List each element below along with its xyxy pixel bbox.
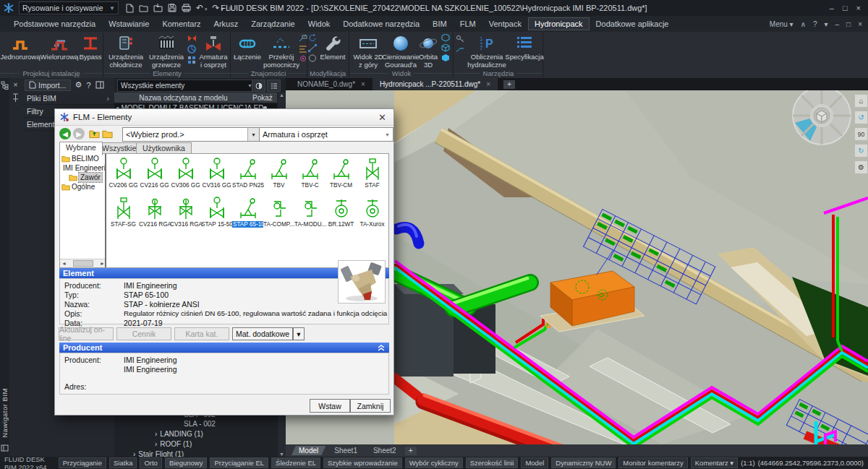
grid-item[interactable]: TA-Xurox — [357, 196, 388, 228]
back-button[interactable]: ◀ — [59, 128, 71, 139]
dialog-title-bar[interactable]: FLM - Elementy ✕ — [55, 109, 393, 126]
toggle-szerokosc-linii[interactable]: Szerokość linii — [466, 457, 519, 468]
cennik-button[interactable]: Cennik — [116, 327, 171, 340]
shade-toggle-icon[interactable] — [252, 79, 265, 92]
urzadzenia-chlodnicze-button[interactable]: Urządzenia chłodnicze — [106, 33, 145, 69]
close-button[interactable]: × — [856, 4, 861, 12]
settings-gear-icon[interactable]: ⚙ — [75, 80, 82, 90]
toggle-monitor-komentarzy[interactable]: Monitor komentarzy — [618, 457, 687, 468]
panel-layout-icon[interactable] — [95, 81, 104, 89]
toggle-model[interactable]: Model — [521, 457, 548, 468]
toggle-szybkie-wprowadzanie[interactable]: Szybkie wprowadzanie — [323, 457, 402, 468]
mat-dodatkowe-button[interactable]: Mat. dodatkowe — [232, 327, 293, 340]
toggle-sledzenie-el[interactable]: Śledzenie EL — [271, 457, 320, 468]
element-button[interactable]: Element — [318, 33, 347, 61]
sidebar-item-pliki-bim[interactable]: Pliki BIM› — [22, 92, 114, 105]
grid-item[interactable]: STAF-SG — [108, 196, 139, 228]
panel-pin-icon[interactable] — [12, 93, 19, 103]
tab-dodatkowe-aplikacje[interactable]: Dodatkowe aplikacje — [590, 17, 676, 30]
tab-hydronicpack[interactable]: Hydronicpack — [528, 17, 590, 30]
restore-button[interactable]: □ — [843, 4, 848, 12]
doc-tab-close-icon[interactable]: × — [361, 80, 365, 88]
toggle-biegunowy[interactable]: Biegunowy — [165, 457, 207, 468]
small-key-icon[interactable] — [456, 35, 464, 43]
elements-filter-combo[interactable]: Wszystkie elementy▼ — [117, 79, 256, 92]
small-cube3-icon[interactable] — [441, 54, 450, 62]
menu-dropdown[interactable]: Menu ▾ — [770, 20, 793, 28]
grid-item[interactable]: TBV — [263, 157, 294, 189]
open-file-icon[interactable] — [139, 4, 148, 12]
grid-item[interactable]: CV216 GG — [139, 157, 170, 189]
grid-item[interactable]: TBV-C — [294, 157, 326, 189]
doc-tab-hydronicpack[interactable]: Hydronicpack ...P-220511.dwg*× — [373, 78, 498, 90]
jednorurowa-button[interactable]: Jednorurową — [1, 33, 39, 61]
ribbon-collapse-icon[interactable]: ∧ — [801, 20, 806, 28]
grid-item[interactable]: STAP 15-50 — [201, 196, 232, 228]
rotate-angle-button[interactable]: 90 — [854, 127, 868, 141]
toggle-wybor-cykliczny[interactable]: Wybór cykliczny — [405, 457, 463, 468]
dialog-close-icon[interactable]: ✕ — [375, 112, 389, 123]
workspace-combo[interactable]: Rysowanie i opisywanie▼ — [19, 1, 119, 14]
mdi-close-button[interactable]: × — [858, 20, 862, 28]
doc-tab-close-icon-2[interactable]: × — [486, 80, 490, 88]
orbita-3d-button[interactable]: Orbita 3D — [417, 33, 440, 69]
panel-close-icon[interactable]: × — [13, 80, 17, 89]
help-icon[interactable]: ? — [813, 20, 817, 28]
forward-button[interactable]: ▶ — [73, 128, 85, 139]
tab-widok[interactable]: Widok — [302, 17, 337, 30]
grid-item[interactable]: TBV-CM — [326, 157, 357, 189]
panel-dock-icon[interactable] — [1, 444, 9, 452]
small-valve-icon[interactable] — [187, 34, 197, 43]
folder-up-icon[interactable] — [89, 129, 100, 139]
grid-item[interactable]: STAD PN25 — [232, 157, 263, 189]
small-rotate-icon[interactable] — [308, 34, 317, 42]
small-grid-icon[interactable] — [187, 56, 197, 64]
wstaw-button[interactable]: Wstaw — [310, 399, 350, 413]
small-cube2-icon[interactable] — [441, 44, 450, 52]
new-layout-button[interactable]: + — [405, 447, 417, 455]
tab-dodatkowe-narzedzia[interactable]: Dodatkowe narzędzia — [336, 17, 426, 30]
category-combo[interactable]: Armatura i osprzęt▼ — [259, 127, 393, 142]
urzadzenia-grzewcze-button[interactable]: Urządzenia grzewcze — [147, 33, 186, 69]
widok-2d-button[interactable]: Widok 2D z góry — [352, 33, 385, 69]
help-caret-icon[interactable]: ▾ — [825, 20, 828, 28]
specyfikacja-button[interactable]: Specyfikacja — [508, 33, 541, 61]
tab-wybrane[interactable]: Wybrane — [59, 142, 103, 155]
collapse-chevron-icon-2[interactable] — [377, 344, 386, 351]
mdi-minimize-button[interactable]: – — [835, 20, 840, 28]
qat-customize-icon[interactable]: ≡ — [229, 4, 233, 12]
tree-h-scrollbar[interactable]: ◄► — [60, 259, 106, 267]
przekroj-button[interactable]: Przekrój pomocniczy — [265, 33, 298, 69]
mdi-restore-button[interactable]: □ — [846, 20, 851, 28]
grid-item[interactable]: TA-MODU... — [294, 196, 326, 228]
cieniowanie-button[interactable]: Cieniowanie Gouraud'a — [385, 33, 417, 69]
small-pump-icon[interactable] — [187, 45, 197, 53]
grid-item[interactable]: CV306 GG — [170, 157, 201, 189]
grid-item[interactable]: STAF — [357, 157, 388, 189]
tab-flm[interactable]: FLM — [454, 17, 482, 30]
rotate-cw-button[interactable]: ↻ — [854, 144, 868, 158]
rotate-ccw-button[interactable]: ↺ — [854, 111, 868, 124]
tree-item-zawor[interactable]: Zawór — [60, 173, 105, 182]
layout-tab-sheet1[interactable]: Sheet1 — [327, 446, 365, 455]
bim-tree-icon[interactable] — [1, 81, 9, 90]
small-cube1-icon[interactable] — [441, 34, 450, 42]
plot-icon[interactable] — [182, 4, 191, 12]
new-doc-tab-button[interactable]: + — [503, 80, 515, 89]
small-plug-icon[interactable] — [456, 45, 464, 53]
tab-komentarz[interactable]: Komentarz — [156, 17, 207, 30]
toggle-orto[interactable]: Orto — [140, 457, 161, 468]
product-combo[interactable]: <Wybierz prod.>▼ — [122, 127, 260, 142]
tree-item-ogolne[interactable]: Ogólne — [60, 182, 105, 192]
redo-icon[interactable]: ↷ ▾ — [213, 3, 224, 13]
toggle-przyciaganie-el[interactable]: Przyciąganie EL — [210, 457, 268, 468]
toggle-siatka[interactable]: Siatka — [109, 457, 137, 468]
doc-tab-noname[interactable]: NONAME_0.dwg*× — [290, 78, 373, 90]
tab-zarzadzanie[interactable]: Zarządzanie — [244, 17, 302, 30]
small-circle-icon[interactable] — [308, 54, 317, 62]
import-file-icon[interactable] — [153, 4, 163, 12]
grid-item[interactable]: CV216 RGA — [139, 196, 170, 228]
komentarz-dropdown[interactable]: Komentarz ▾ — [691, 457, 738, 468]
new-file-icon[interactable] — [126, 4, 134, 13]
small-edit-line-icon[interactable] — [308, 44, 317, 52]
